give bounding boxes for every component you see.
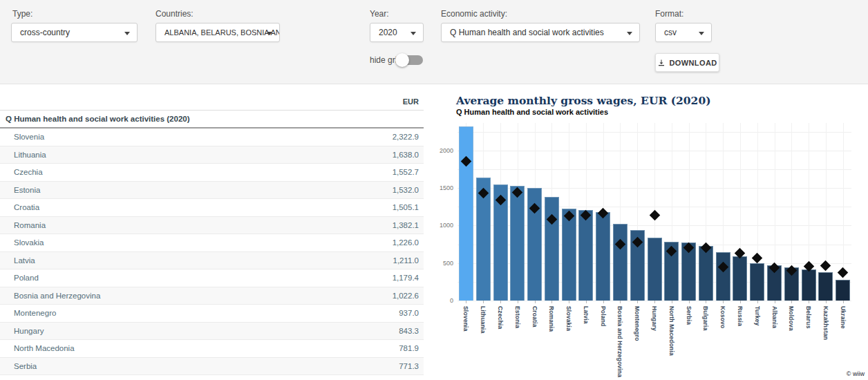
- wages-dashboard: Type: cross-country Countries: ALBANIA, …: [0, 0, 868, 380]
- type-select-value: cross-country: [20, 28, 70, 37]
- row-value: 1,532.0: [393, 186, 419, 194]
- chart-subtitle: Q Human health and social work activitie…: [456, 108, 608, 116]
- bar[interactable]: [733, 256, 747, 301]
- download-icon: [657, 59, 666, 67]
- x-tick-mark: [654, 301, 655, 303]
- bar[interactable]: [459, 126, 473, 301]
- bar[interactable]: [613, 224, 628, 301]
- bar[interactable]: [750, 263, 764, 301]
- x-tick-label: Czechia: [496, 306, 505, 380]
- x-tick-label: Moldova: [786, 306, 796, 380]
- row-country: Hungary: [14, 327, 44, 335]
- x-tick-mark: [843, 301, 844, 303]
- marker-diamond[interactable]: [649, 210, 660, 221]
- x-tick-label: Russia: [735, 306, 745, 380]
- x-tick-mark: [586, 301, 587, 303]
- bar[interactable]: [648, 238, 662, 301]
- x-tick-mark: [603, 301, 604, 303]
- type-select[interactable]: cross-country: [11, 23, 138, 42]
- x-tick-mark: [500, 301, 501, 303]
- marker-diamond[interactable]: [820, 260, 831, 272]
- bar[interactable]: [802, 269, 816, 301]
- bar[interactable]: [562, 209, 576, 301]
- y-tick-label: 0: [426, 297, 453, 304]
- table-row: Romania1,382.1: [0, 217, 424, 235]
- x-tick-label: Bulgaria: [701, 306, 710, 380]
- chevron-down-icon: [267, 32, 272, 35]
- table-row: Hungary843.3: [0, 323, 424, 341]
- table-row: Estonia1,532.0: [0, 182, 424, 200]
- toggle-knob: [395, 53, 409, 67]
- chevron-down-icon: [411, 32, 416, 35]
- x-tick-label: Kosovo: [718, 306, 728, 380]
- download-button-label: DOWNLOAD: [669, 59, 717, 67]
- table-rows: Slovenia2,322.9Lithuania1,638.0Czechia1,…: [0, 129, 424, 375]
- row-country: Bosnia and Herzegovina: [14, 292, 100, 300]
- x-tick-mark: [775, 301, 775, 303]
- bar[interactable]: [836, 280, 850, 301]
- countries-select[interactable]: ALBANIA, BELARUS, BOSNIA AND: [155, 23, 280, 42]
- x-tick-mark: [672, 301, 672, 303]
- x-tick-mark: [535, 301, 536, 303]
- x-tick-label: Kazakhstan: [821, 306, 831, 380]
- row-country: Romania: [14, 221, 46, 229]
- year-select-value: 2020: [379, 28, 397, 37]
- x-tick-mark: [569, 301, 569, 303]
- economic-activity-select[interactable]: Q Human health and social work activitie…: [441, 23, 640, 42]
- download-button[interactable]: DOWNLOAD: [655, 53, 719, 72]
- row-value: 1,505.1: [393, 203, 419, 211]
- bar[interactable]: [596, 212, 610, 301]
- format-select[interactable]: csv: [655, 23, 712, 42]
- table-row: Serbia771.3: [0, 358, 424, 376]
- x-tick-label: Slovenia: [461, 306, 471, 380]
- table-row: Croatia1,505.1: [0, 199, 424, 217]
- countries-label: Countries:: [155, 9, 194, 19]
- bar[interactable]: [818, 272, 833, 301]
- x-tick-label: Slovakia: [564, 306, 574, 380]
- x-tick-label: Poland: [598, 306, 608, 380]
- marker-diamond[interactable]: [838, 267, 849, 278]
- x-tick-label: Croatia: [530, 306, 540, 380]
- economic-activity-label: Economic activity:: [441, 9, 507, 19]
- x-tick-mark: [620, 301, 621, 303]
- row-value: 1,179.4: [393, 274, 419, 282]
- format-label: Format:: [655, 9, 683, 19]
- row-value: 937.0: [399, 309, 419, 317]
- x-tick-mark: [689, 301, 690, 303]
- x-tick-mark: [466, 301, 466, 303]
- table-row: Montenegro937.0: [0, 305, 424, 323]
- x-tick-label: Estonia: [513, 306, 522, 380]
- bar[interactable]: [699, 246, 713, 301]
- row-country: Croatia: [14, 203, 39, 211]
- table-row: North Macedonia781.9: [0, 340, 424, 358]
- row-country: North Macedonia: [14, 344, 75, 352]
- x-tick-label: North Macedonia: [667, 306, 677, 380]
- marker-diamond[interactable]: [752, 253, 763, 264]
- y-tick-label: 1500: [426, 184, 453, 191]
- bar[interactable]: [578, 210, 593, 301]
- row-country: Lithuania: [14, 151, 46, 159]
- row-value: 1,226.0: [393, 238, 419, 247]
- table-unit-header: EUR: [0, 84, 424, 111]
- x-tick-mark: [706, 301, 706, 303]
- year-select[interactable]: 2020: [370, 23, 424, 42]
- table-row: Poland1,179.4: [0, 269, 424, 287]
- row-country: Serbia: [14, 362, 37, 370]
- economic-activity-select-value: Q Human health and social work activitie…: [450, 28, 604, 37]
- table-row: Slovakia1,226.0: [0, 234, 424, 252]
- bar[interactable]: [510, 186, 525, 301]
- y-tick-label: 500: [426, 260, 453, 267]
- row-value: 1,638.0: [393, 151, 419, 159]
- x-tick-label: Romania: [547, 306, 556, 380]
- table-row: Slovenia2,322.9: [0, 129, 424, 146]
- chart-credit: © wiiw: [847, 370, 865, 377]
- bar[interactable]: [716, 252, 730, 301]
- row-value: 1,022.6: [393, 292, 419, 300]
- x-tick-label: Montenegro: [632, 306, 642, 380]
- hide-grid-toggle[interactable]: [395, 53, 423, 66]
- bar[interactable]: [545, 197, 559, 301]
- chevron-down-icon: [699, 32, 704, 35]
- table-row: Lithuania1,638.0: [0, 146, 424, 164]
- row-country: Slovakia: [14, 238, 44, 247]
- x-tick-label: Belarus: [804, 306, 813, 380]
